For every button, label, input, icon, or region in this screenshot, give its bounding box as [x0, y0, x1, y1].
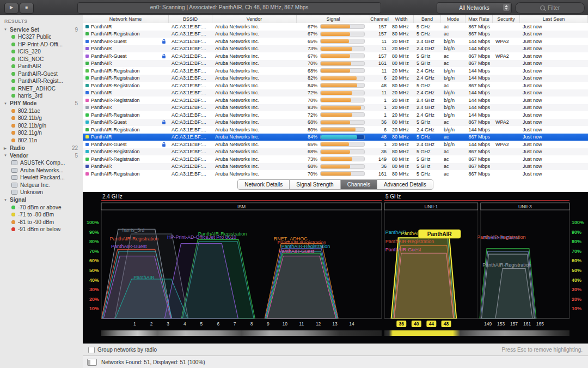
column-header-max-rate[interactable]: Max Rate [465, 15, 493, 23]
sidebar-toggle-icon[interactable] [87, 359, 97, 366]
column-header-mode[interactable]: Mode [441, 15, 465, 23]
network-row[interactable]: PanthAIR-RegistrationAC:A3:1E:BF:...Arub… [83, 31, 588, 38]
channel-tick: 11 [299, 321, 304, 327]
disclosure-triangle-icon[interactable]: ▼ [4, 154, 10, 157]
scan-start-button[interactable]: ▶ [4, 3, 19, 14]
width: 80 MHz [389, 171, 414, 177]
sidebar-item-802-11ac[interactable]: 802.11ac [0, 107, 83, 115]
network-row[interactable]: PanthAIR-Guest AC:A3:1E:BF:...Aruba Netw… [83, 141, 588, 148]
group-by-radio-checkbox[interactable] [88, 347, 95, 353]
sidebar-section-signal[interactable]: ▼Signal [0, 196, 83, 204]
channel-tick: 153 [497, 321, 505, 327]
sidebar-item-panthair-guest[interactable]: PanthAIR-Guest [0, 70, 83, 78]
network-row[interactable]: PanthAIR-RegistrationAC:A3:1E:BF:...Arub… [83, 111, 588, 119]
tab-signal-strength[interactable]: Signal Strength [290, 180, 340, 189]
sidebar-item-unknown[interactable]: Unknown [0, 189, 83, 196]
mode: b/g/n [441, 105, 465, 110]
sidebar-item-802-11n[interactable]: 802.11n [0, 137, 83, 144]
band: 5 GHz [414, 83, 441, 88]
network-row[interactable]: PanthAIRAC:A3:1E:BF:...Aruba Networks In… [83, 163, 588, 171]
network-row[interactable]: PanthAIRAC:A3:1E:BF:...Aruba Networks In… [83, 60, 588, 68]
sidebar-item-70-dbm-or-above[interactable]: -70 dBm or above [0, 204, 83, 212]
sidebar-item-802-11b-g-n[interactable]: 802.11b/g/n [0, 122, 83, 130]
network-row[interactable]: PanthAIR-RegistrationAC:A3:1E:BF:...Arub… [83, 75, 588, 82]
y-axis-label: 30% [572, 287, 581, 292]
network-row[interactable]: PanthAIRAC:A3:1E:BF:...Aruba Networks In… [83, 89, 588, 97]
network-row[interactable]: PanthAIR-RegistrationAC:A3:1E:BF:...Arub… [83, 82, 588, 89]
sidebar-item-802-11g-n[interactable]: 802.11g/n [0, 129, 83, 137]
column-header-channel[interactable]: Channel [370, 15, 389, 23]
sidebar-item-802-11b-g[interactable]: 802.11b/g [0, 114, 83, 122]
vendor: Aruba Networks Inc. [212, 127, 297, 132]
sidebar-item-label: harris_3rd [18, 93, 42, 99]
network-row[interactable]: PanthAIRAC:A3:1E:BF:...Aruba Networks In… [83, 45, 588, 53]
signal-percent: 82% [303, 75, 317, 81]
disclosure-triangle-icon[interactable]: ▶ [4, 146, 10, 150]
channel: 48 [370, 83, 389, 88]
sidebar-item-panthair-regist[interactable]: PanthAIR-Regist... [0, 77, 83, 85]
network-row[interactable]: PanthAIR-Guest AC:A3:1E:BF:...Aruba Netw… [83, 52, 588, 60]
network-row[interactable]: PanthAIRAC:A3:1E:BF:...Aruba Networks In… [83, 23, 588, 31]
column-header-bssid[interactable]: BSSID [169, 15, 212, 23]
network-table-header: Network NameBSSIDVendorSignalChannelWidt… [83, 15, 588, 23]
band: 2.4 GHz [414, 98, 441, 103]
tab-network-details[interactable]: Network Details [238, 180, 290, 189]
y-axis-label: 10% [89, 306, 99, 311]
network-row[interactable]: PanthAIR-RegistrationAC:A3:1E:BF:...Arub… [83, 96, 588, 104]
disclosure-triangle-icon[interactable]: ▼ [4, 102, 10, 105]
channels-graph[interactable]: 100%100%90%90%80%80%70%70%60%60%50%50%40… [83, 192, 588, 343]
filter-search-input[interactable]: Filter [515, 2, 585, 14]
column-header-last-seen[interactable]: Last Seen [520, 15, 588, 23]
disclosure-triangle-icon[interactable]: ▼ [4, 198, 10, 202]
network-color-icon [85, 128, 89, 131]
network-row[interactable]: PanthAIR-RegistrationAC:A3:1E:BF:...Arub… [83, 148, 588, 156]
bssid: AC:A3:1E:BF:... [169, 164, 212, 169]
sidebar-item-harris-3rd[interactable]: harris_3rd [0, 92, 83, 100]
bssid: AC:A3:1E:BF:... [169, 119, 212, 125]
network-row[interactable]: PanthAIR-RegistrationAC:A3:1E:BF:...Arub… [83, 155, 588, 163]
column-header-signal[interactable]: Signal [297, 15, 370, 23]
sidebar-item-netgear-inc[interactable]: Netgear Inc. [0, 182, 83, 189]
sidebar-item-91-dbm-or-below[interactable]: -91 dBm or below [0, 226, 83, 233]
sidebar-item-icis-320[interactable]: ICIS_320 [0, 48, 83, 56]
sidebar-item-hc327-public[interactable]: HC327 Public [0, 33, 83, 41]
sidebar-section-radio[interactable]: ▶Radio22 [0, 144, 83, 152]
network-row[interactable]: PanthAIR-Guest AC:A3:1E:BF:...Aruba Netw… [83, 119, 588, 126]
column-header-security[interactable]: Security [493, 15, 520, 23]
sidebar-item-hp-print-ad-offi[interactable]: HP-Print-AD-Offi... [0, 41, 83, 49]
network-row[interactable]: PanthAIRAC:A3:1E:BF:...Aruba Networks In… [83, 104, 588, 112]
sidebar-item-rnet-adhoc[interactable]: RNET_ADHOC [0, 85, 83, 93]
sidebar-item-panthair[interactable]: PanthAIR [0, 63, 83, 70]
max-rate: 867 Mbps [465, 164, 493, 169]
sidebar-item-hewlett-packard[interactable]: Hewlett-Packard... [0, 174, 83, 182]
y-axis-label: 50% [572, 268, 581, 273]
disclosure-triangle-icon[interactable]: ▼ [4, 28, 10, 31]
sidebar-item-asustek-comp[interactable]: ASUSTeK Comp... [0, 159, 83, 167]
network-filter-dropdown[interactable]: All Networks [437, 2, 512, 14]
bssid: AC:A3:1E:BF:... [169, 46, 212, 51]
network-row[interactable]: PanthAIRAC:A3:1E:BF:...Aruba Networks In… [83, 134, 588, 141]
scan-stop-button[interactable]: ■ [20, 3, 34, 14]
column-header-vendor[interactable]: Vendor [212, 15, 297, 23]
width: 80 MHz [389, 61, 414, 66]
sidebar-item-icis-noc[interactable]: ICIS_NOC [0, 56, 83, 63]
tab-advanced-details[interactable]: Advanced Details [377, 180, 433, 189]
column-header-width[interactable]: Width [389, 15, 414, 23]
sidebar-item-81-to-90-dbm[interactable]: -81 to -90 dBm [0, 219, 83, 226]
security: WPA2 [493, 39, 520, 44]
tab-channels[interactable]: Channels [341, 180, 377, 189]
vendor: Aruba Networks Inc. [212, 83, 297, 88]
sidebar-item-71-to-80-dbm[interactable]: -71 to -80 dBm [0, 211, 83, 219]
column-header-band[interactable]: Band [414, 15, 441, 23]
network-row[interactable]: PanthAIR-Guest AC:A3:1E:BF:...Aruba Netw… [83, 38, 588, 45]
sidebar-item-aruba-networks[interactable]: Aruba Networks... [0, 167, 83, 174]
channel-tick: 8 [250, 321, 253, 327]
column-header-network-name[interactable]: Network Name [83, 15, 169, 23]
network-row[interactable]: PanthAIR-RegistrationAC:A3:1E:BF:...Arub… [83, 170, 588, 178]
network-row[interactable]: PanthAIR-RegistrationAC:A3:1E:BF:...Arub… [83, 67, 588, 75]
status-dot-icon [11, 94, 15, 98]
sidebar-section-vendor[interactable]: ▼Vendor5 [0, 152, 83, 159]
sidebar-section-phy-mode[interactable]: ▼PHY Mode5 [0, 100, 83, 107]
sidebar-section-service-set[interactable]: ▼Service Set9 [0, 26, 83, 33]
network-row[interactable]: PanthAIR-RegistrationAC:A3:1E:BF:...Arub… [83, 126, 588, 134]
